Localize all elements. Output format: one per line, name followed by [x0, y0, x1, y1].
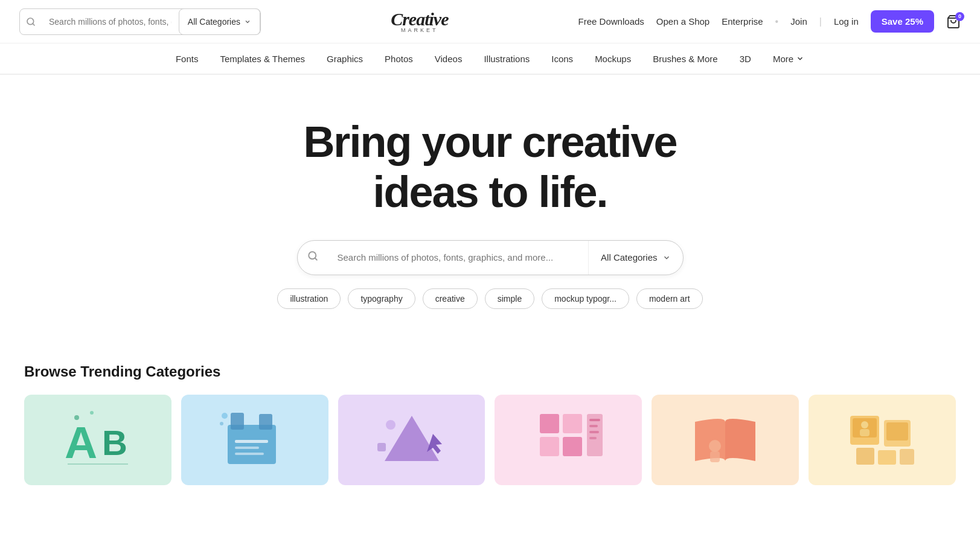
- nav-graphics[interactable]: Graphics: [327, 54, 363, 64]
- login-link[interactable]: Log in: [834, 16, 859, 27]
- photos-illustration: [495, 395, 642, 485]
- tag-creative[interactable]: creative: [423, 288, 478, 309]
- hero-search-icon: [298, 250, 328, 264]
- free-downloads-link[interactable]: Free Downloads: [578, 16, 644, 27]
- tag-typography[interactable]: typography: [348, 288, 415, 309]
- icons-card-illustration: [809, 395, 956, 485]
- svg-rect-22: [540, 414, 559, 433]
- search-tags: illustration typography creative simple …: [277, 288, 702, 309]
- top-search-bar[interactable]: All Categories: [19, 8, 261, 35]
- illustrations-card-illustration: [652, 395, 799, 485]
- category-nav: Fonts Templates & Themes Graphics Photos…: [0, 43, 980, 75]
- hero-section: Bring your creative ideas to life. All C…: [0, 75, 980, 333]
- hero-headline: Bring your creative ideas to life.: [255, 117, 726, 217]
- svg-text:A: A: [65, 417, 97, 468]
- nav-videos[interactable]: Videos: [435, 54, 463, 64]
- browse-card-fonts[interactable]: A B: [24, 395, 171, 485]
- enterprise-link[interactable]: Enterprise: [722, 16, 763, 27]
- browse-card-photos[interactable]: [495, 395, 642, 485]
- svg-point-31: [709, 440, 721, 452]
- svg-rect-25: [563, 437, 582, 456]
- more-chevron-icon: [796, 54, 804, 63]
- cart-button[interactable]: 0: [946, 14, 961, 29]
- browse-card-illustrations[interactable]: [652, 395, 799, 485]
- tag-simple[interactable]: simple: [485, 288, 534, 309]
- svg-point-35: [861, 421, 868, 428]
- svg-rect-41: [900, 449, 914, 465]
- nav-brushes[interactable]: Brushes & More: [653, 54, 718, 64]
- save-button[interactable]: Save 25%: [871, 10, 934, 33]
- nav-templates[interactable]: Templates & Themes: [220, 54, 305, 64]
- browse-card-graphics[interactable]: [338, 395, 485, 485]
- browse-grid: A B: [24, 395, 956, 485]
- svg-point-16: [222, 413, 228, 419]
- svg-rect-38: [886, 422, 908, 441]
- nav-photos[interactable]: Photos: [385, 54, 413, 64]
- hero-search-input[interactable]: [328, 252, 589, 262]
- svg-rect-39: [856, 448, 874, 465]
- tag-illustration[interactable]: illustration: [277, 288, 341, 309]
- browse-title: Browse Trending Categories: [24, 363, 956, 380]
- search-icon: [20, 17, 42, 27]
- logo[interactable]: Creative MARKET: [271, 10, 569, 33]
- svg-rect-30: [589, 437, 597, 439]
- svg-rect-23: [563, 414, 582, 433]
- browse-card-icons[interactable]: [809, 395, 956, 485]
- svg-point-17: [220, 422, 223, 425]
- fonts-illustration: A B: [24, 395, 171, 485]
- svg-rect-15: [235, 453, 264, 455]
- nav-icons[interactable]: Icons: [551, 54, 573, 64]
- svg-text:B: B: [102, 423, 127, 462]
- top-category-select[interactable]: All Categories: [179, 8, 260, 35]
- logo-text: Creative: [391, 10, 448, 28]
- hero-search-bar[interactable]: All Categories: [297, 240, 684, 275]
- tag-modern-art[interactable]: modern art: [636, 288, 703, 309]
- svg-rect-12: [259, 414, 272, 430]
- top-nav: All Categories Creative MARKET Free Down…: [0, 0, 980, 43]
- svg-rect-28: [589, 425, 598, 427]
- browse-card-templates[interactable]: [181, 395, 328, 485]
- svg-rect-24: [540, 437, 559, 456]
- join-link[interactable]: Join: [790, 16, 807, 27]
- svg-rect-14: [235, 447, 259, 449]
- graphics-illustration: [338, 395, 485, 485]
- svg-line-1: [33, 24, 34, 25]
- top-nav-links: Free Downloads Open a Shop Enterprise • …: [578, 10, 961, 33]
- svg-rect-10: [228, 425, 276, 464]
- hero-chevron-icon: [662, 253, 671, 262]
- svg-rect-29: [589, 431, 599, 433]
- open-shop-link[interactable]: Open a Shop: [656, 16, 709, 27]
- nav-fonts[interactable]: Fonts: [176, 54, 199, 64]
- tag-mockup[interactable]: mockup typogr...: [542, 288, 629, 309]
- nav-illustrations[interactable]: Illustrations: [484, 54, 530, 64]
- hero-category-select[interactable]: All Categories: [588, 241, 682, 275]
- svg-rect-32: [710, 451, 720, 462]
- cart-count: 0: [955, 12, 964, 21]
- svg-rect-21: [377, 443, 386, 451]
- templates-illustration: [181, 395, 328, 485]
- svg-rect-36: [860, 429, 870, 436]
- svg-rect-27: [589, 419, 600, 421]
- nav-mockups[interactable]: Mockups: [595, 54, 631, 64]
- svg-rect-40: [878, 450, 896, 465]
- chevron-down-icon: [244, 18, 251, 25]
- svg-rect-11: [231, 413, 244, 430]
- svg-rect-13: [235, 440, 268, 443]
- svg-point-7: [74, 415, 79, 420]
- svg-point-8: [90, 411, 94, 415]
- svg-point-20: [386, 420, 396, 430]
- nav-more[interactable]: More: [773, 54, 804, 64]
- nav-3d[interactable]: 3D: [740, 54, 751, 64]
- dot-separator: •: [775, 16, 779, 27]
- browse-section: Browse Trending Categories A B: [0, 333, 980, 497]
- svg-line-4: [315, 258, 316, 260]
- top-search-input[interactable]: [42, 17, 179, 27]
- pipe-separator: |: [819, 16, 822, 27]
